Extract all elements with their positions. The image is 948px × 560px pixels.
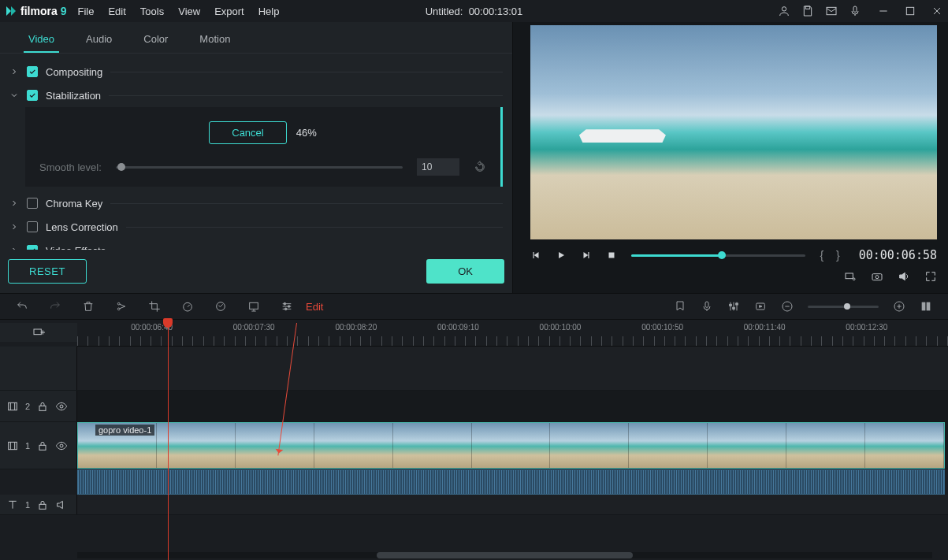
reset-icon[interactable] <box>474 161 486 173</box>
marker-icon[interactable] <box>674 300 686 313</box>
svg-rect-18 <box>705 302 708 307</box>
crop-icon[interactable] <box>148 300 161 313</box>
playhead[interactable] <box>168 320 169 560</box>
step-forward-icon[interactable] <box>581 250 592 261</box>
mark-braces-icon[interactable]: { } <box>820 249 844 261</box>
ok-button[interactable]: OK <box>426 259 504 284</box>
render-icon[interactable] <box>754 300 767 313</box>
timeline-scrollbar[interactable] <box>77 552 932 558</box>
undo-icon[interactable] <box>16 300 28 313</box>
stop-icon[interactable] <box>606 250 617 261</box>
snapshot-icon[interactable] <box>871 270 883 283</box>
chroma-checkbox[interactable] <box>27 198 38 209</box>
fullscreen-icon[interactable] <box>924 270 937 283</box>
menu-edit[interactable]: Edit <box>108 6 125 17</box>
edit-panel: Video Audio Color Motion Compositing Sta… <box>0 22 513 293</box>
menu-file[interactable]: File <box>77 6 94 17</box>
lens-checkbox[interactable] <box>27 221 38 232</box>
svg-rect-5 <box>609 253 615 258</box>
split-icon[interactable] <box>115 300 128 313</box>
chevron-down-icon <box>9 91 19 100</box>
section-stabilization[interactable]: Stabilization <box>9 83 503 107</box>
preview-progress[interactable] <box>631 254 805 257</box>
effects-checkbox[interactable] <box>27 245 38 250</box>
maximize-icon[interactable] <box>904 5 916 17</box>
mute-icon[interactable] <box>55 499 68 511</box>
chevron-right-icon <box>9 67 19 76</box>
zoom-in-icon[interactable] <box>893 300 905 313</box>
timeline-ruler[interactable]: 00:00:06:40 00:00:07:30 00:00:08:20 00:0… <box>77 320 948 347</box>
timeline-toolbar: Edit <box>0 293 948 320</box>
smooth-label: Smooth level: <box>39 161 102 173</box>
redo-icon[interactable] <box>49 300 61 313</box>
preview-viewport[interactable] <box>530 25 937 239</box>
smooth-slider[interactable] <box>116 166 403 169</box>
app-version: 9 <box>61 5 67 17</box>
svg-point-0 <box>782 7 786 11</box>
add-track-icon <box>32 326 45 339</box>
account-icon[interactable] <box>778 5 790 17</box>
ruler-tick: 00:00:10:50 <box>641 323 744 332</box>
minimize-icon[interactable] <box>877 5 890 17</box>
play-icon[interactable] <box>556 250 567 261</box>
reset-button[interactable]: RESET <box>8 259 87 284</box>
green-screen-icon[interactable] <box>247 300 260 313</box>
tab-video[interactable]: Video <box>24 30 59 53</box>
svg-rect-3 <box>853 6 857 12</box>
zoom-slider[interactable] <box>808 306 879 308</box>
edit-settings-icon[interactable] <box>281 300 293 313</box>
volume-icon[interactable] <box>898 270 910 283</box>
section-compositing[interactable]: Compositing <box>9 60 503 83</box>
mic-icon[interactable] <box>849 5 861 17</box>
section-lens-correction[interactable]: Lens Correction <box>9 215 503 239</box>
zoom-out-icon[interactable] <box>781 300 794 313</box>
lock-icon[interactable] <box>36 400 49 413</box>
save-icon[interactable] <box>801 5 814 17</box>
color-icon[interactable] <box>214 300 227 313</box>
record-voice-icon[interactable] <box>701 300 713 313</box>
tab-audio[interactable]: Audio <box>81 30 117 53</box>
close-icon[interactable] <box>931 5 943 17</box>
menu-export[interactable]: Export <box>214 6 244 17</box>
section-chroma-key[interactable]: Chroma Key <box>9 191 503 215</box>
zoom-fit-icon[interactable] <box>920 300 932 313</box>
svg-point-33 <box>60 444 63 447</box>
track-2-header: 2 <box>0 391 77 421</box>
track-empty-top <box>0 347 948 391</box>
eye-icon[interactable] <box>55 400 68 413</box>
mail-icon[interactable] <box>825 5 838 17</box>
tab-color[interactable]: Color <box>139 30 173 53</box>
svg-point-10 <box>117 302 120 305</box>
cancel-button[interactable]: Cancel <box>209 121 286 144</box>
text-track-icon <box>6 499 19 511</box>
logo-icon <box>5 5 17 17</box>
add-track-button[interactable] <box>0 323 77 342</box>
stabilization-progress: 46% <box>296 127 317 139</box>
lock-icon[interactable] <box>36 439 49 452</box>
section-video-effects[interactable]: Video Effects <box>9 239 503 250</box>
ruler-tick: 00:00:10:00 <box>540 323 642 332</box>
eye-icon[interactable] <box>55 439 68 452</box>
film-icon <box>6 400 19 413</box>
svg-rect-28 <box>9 402 17 410</box>
menu-help[interactable]: Help <box>258 6 280 17</box>
app-name: filmora <box>20 5 58 17</box>
tab-motion[interactable]: Motion <box>195 30 235 53</box>
ruler-tick: 00:00:11:40 <box>744 323 846 332</box>
speed-icon[interactable] <box>181 300 194 313</box>
mixer-icon[interactable] <box>727 300 740 313</box>
quality-settings-icon[interactable] <box>844 270 857 283</box>
video-clip[interactable]: gopro video-1 <box>77 422 945 469</box>
menu-view[interactable]: View <box>178 6 200 17</box>
stabilization-checkbox[interactable] <box>27 90 38 101</box>
compositing-checkbox[interactable] <box>27 66 38 77</box>
transport-bar: { } 00:00:06:58 <box>530 244 937 266</box>
svg-point-15 <box>284 302 286 305</box>
menu-tools[interactable]: Tools <box>140 6 164 17</box>
lock-icon[interactable] <box>36 499 49 511</box>
delete-icon[interactable] <box>82 300 95 313</box>
smooth-input[interactable] <box>417 158 459 176</box>
audio-clip[interactable] <box>77 469 945 495</box>
step-back-icon[interactable] <box>530 250 541 261</box>
stabilization-label: Stabilization <box>46 90 101 102</box>
